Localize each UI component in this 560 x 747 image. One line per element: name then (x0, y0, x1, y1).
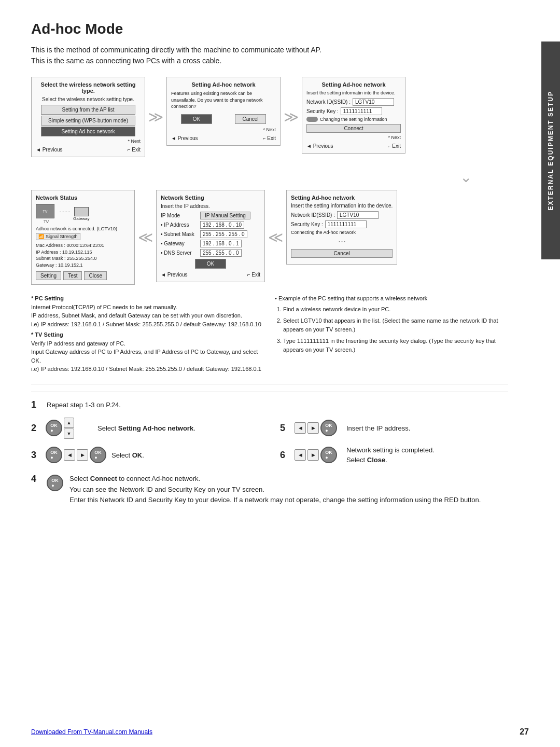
box3-exit[interactable]: ⌐ Exit (388, 143, 401, 149)
adhoc2-network-id-row: Network ID(SSID) : LGTV10 (291, 211, 393, 219)
step-2-container: 2 OK● ▲ ▼ Select Setting Ad-hoc network. (31, 418, 259, 439)
step-3-desc: Select OK. (111, 450, 144, 461)
ip-address-label: • IP Address (161, 222, 198, 228)
box3-network-id-value: LGTV10 (353, 98, 394, 106)
right-arrow-5[interactable]: ▶ (307, 422, 319, 434)
step-2-bold: Setting Ad-hoc network (118, 424, 193, 432)
ok-btn-4[interactable]: OK● (47, 475, 63, 491)
toggle-dot-icon (306, 117, 318, 122)
adhoc2-security-key-value: 1111111111 (325, 220, 367, 228)
ns-title: Network Status (36, 195, 130, 201)
ok-btn-3b[interactable]: OK● (90, 447, 106, 463)
step-4-line-2: Enter this Network ID and Security Key t… (69, 495, 481, 506)
example-steps: Find a wireless network device in your P… (275, 305, 508, 354)
box2-cancel-btn[interactable]: Cancel (235, 114, 266, 124)
left-arrow-5[interactable]: ◀ (295, 422, 306, 434)
step-1-row: 1 Repeat step 1-3 on P.24. (31, 399, 508, 410)
box1-btn-ap[interactable]: Setting from the AP list (41, 105, 135, 115)
box3-connect-btn[interactable]: Connect (306, 124, 401, 133)
ns2-ok-btn[interactable]: OK (195, 259, 226, 269)
step-5-container: 5 ◀ ▶ OK● Insert the IP address. (280, 418, 508, 439)
left-arrow-6[interactable]: ◀ (295, 449, 306, 461)
step-4-connect-bold: Connect (90, 475, 117, 482)
example-step-2: Select LGTV10 that appears in the list. … (283, 316, 508, 334)
ok-btn-2[interactable]: OK● (46, 420, 62, 436)
ns2-prev[interactable]: ◄ Previous (161, 272, 188, 278)
step-4-text: Select Connect to connect Ad-hoc network… (69, 474, 481, 506)
adhoc2-connecting-text: Connecting the Ad-hoc network (291, 230, 393, 235)
box2-prev[interactable]: ◄ Previous (171, 135, 198, 141)
box3-security-key-row: Security Key : 1111111111 (306, 107, 401, 115)
box3-network-id-row: Network ID(SSID) : LGTV10 (306, 98, 401, 106)
footer-link[interactable]: Downloaded From TV-Manual.com Manuals (31, 728, 152, 736)
pc-setting-bullet: * PC Setting (31, 295, 64, 301)
box1-exit[interactable]: ⌐ Exit (128, 147, 141, 153)
right-arrow-3[interactable]: ▶ (77, 449, 88, 461)
box3-security-key-value: 1111111111 (341, 107, 382, 115)
arrow-down-icon: ⌄ (460, 169, 472, 186)
intro-line-1: This is the method of communicating dire… (31, 45, 508, 56)
signal-strength-label: Signal Strength (46, 234, 78, 239)
dns-value: 255 . 255 . 0 . 0 (200, 249, 242, 257)
down-arrow-2[interactable]: ▼ (64, 428, 74, 439)
ns2-exit[interactable]: ⌐ Exit (247, 272, 260, 278)
dns-row: • DNS Server 255 . 255 . 0 . 0 (161, 249, 260, 257)
ns-close-btn[interactable]: Close (84, 271, 107, 280)
ns-setting-btn[interactable]: Setting (36, 271, 61, 280)
example-text: • Example of the PC setting that support… (275, 294, 508, 374)
example-step-1: Find a wireless network device in your P… (283, 305, 508, 314)
box2-next: * Next (171, 127, 276, 132)
box3-checking-info: Changing the setting information (306, 117, 401, 122)
box2-title: Setting Ad-hoc network (171, 81, 276, 88)
step-1-num: 1 (31, 399, 40, 410)
ns-subnet-value: : 255.255.254.0 (64, 256, 97, 261)
box2-exit[interactable]: ⌐ Exit (263, 135, 276, 141)
ok-btn-5[interactable]: OK● (320, 420, 337, 436)
box1-btn-adhoc[interactable]: Setting Ad-hoc network (41, 127, 135, 136)
main-content: Ad-hoc Mode This is the method of commun… (0, 0, 539, 537)
arrow-right-1: ≫ (148, 110, 163, 125)
step-6-suffix: . (385, 456, 387, 464)
ns-connected-text: Adhoc network is connected. (LGTV10) (36, 226, 130, 231)
gateway-row: • Gateway 192 . 168 . 0 . 1 (161, 240, 260, 247)
tv-setting-line-1: Verify IP address and gateway of PC. (31, 339, 264, 348)
steps-2-5-row: 2 OK● ▲ ▼ Select Setting Ad-hoc network.… (31, 418, 508, 439)
adhoc2-cancel-btn[interactable]: Cancel (291, 249, 393, 258)
gateway-icon: Gateway (73, 207, 90, 221)
ip-mode-value[interactable]: IP Manual Setting (200, 212, 250, 219)
right-arrow-6[interactable]: ▶ (307, 449, 319, 461)
ns-gw-value: : 10.19.152.1 (55, 262, 83, 268)
arrow-keys-2: ▲ ▼ (64, 418, 74, 439)
step-2-prefix: Select (97, 424, 118, 432)
step-3-suffix: . (142, 451, 144, 459)
ok-btn-6[interactable]: OK● (320, 447, 337, 463)
step-6-desc: Network setting is completed. Select Clo… (346, 445, 435, 465)
diagrams-bottom-row: Network Status TV TV Gateway Adhoc netwo… (31, 190, 508, 285)
arrow-down-container: ⌄ (31, 167, 472, 188)
left-arrow-3[interactable]: ◀ (64, 449, 75, 461)
box1-title: Select the wireless network setting type… (36, 81, 141, 94)
step-6-prefix: Select (346, 456, 367, 464)
step-instructions: 1 Repeat step 1-3 on P.24. 2 OK● ▲ ▼ Sel… (31, 392, 508, 506)
ip-address-value: 192 . 168 . 0 . 10 (200, 221, 244, 229)
signal-strength-btn[interactable]: 📶 Signal Strength (36, 233, 80, 240)
diagram-box-1: Select the wireless network setting type… (31, 77, 145, 157)
up-arrow-2[interactable]: ▲ (64, 418, 74, 428)
footer: Downloaded From TV-Manual.com Manuals 27 (31, 727, 529, 737)
ns-test-btn[interactable]: Test (63, 271, 82, 280)
ns-ip-label: IP Address (36, 250, 58, 255)
box2-ok-btn[interactable]: OK (181, 114, 212, 124)
box1-btn-wps[interactable]: Simple setting (WPS-button mode) (41, 116, 135, 126)
ns-gw-label: Gateway (36, 262, 54, 268)
gateway-label: • Gateway (161, 241, 198, 246)
tv-label: TV (44, 219, 49, 224)
box3-prev[interactable]: ◄ Previous (306, 143, 333, 149)
pc-setting-line-1: IP address, Subnet Mask, and default Gat… (31, 311, 264, 320)
text-section: * PC Setting Internet Protocol(TCP/IP) o… (31, 294, 508, 374)
box1-prev[interactable]: ◄ Previous (36, 147, 63, 153)
arrow-left-2: ≪ (268, 230, 283, 245)
box3-next: * Next (306, 135, 401, 140)
step-4-num: 4 (31, 474, 40, 485)
ok-btn-3a[interactable]: OK● (46, 447, 62, 463)
example-bullet: • Example of the PC setting that support… (275, 295, 427, 301)
